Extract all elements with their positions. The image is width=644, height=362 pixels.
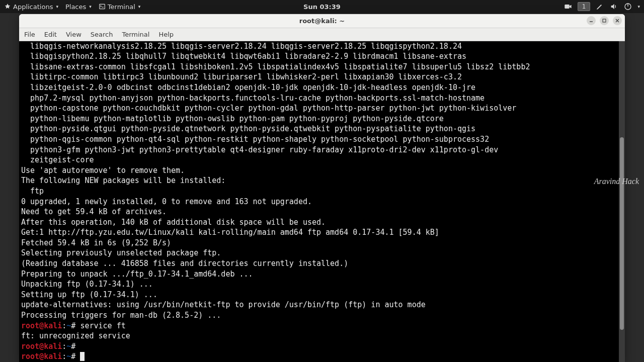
maximize-icon (602, 18, 607, 23)
menu-help[interactable]: Help (158, 31, 174, 38)
pen-icon[interactable] (595, 2, 604, 11)
close-button[interactable] (613, 16, 622, 25)
dragon-icon (4, 3, 11, 10)
recorder-icon[interactable] (564, 2, 573, 11)
menu-search[interactable]: Search (91, 31, 113, 38)
volume-icon[interactable] (609, 2, 618, 11)
terminal-app-label: Terminal (108, 3, 135, 11)
minimize-icon (589, 18, 594, 23)
menu-view[interactable]: View (66, 31, 82, 38)
svg-rect-5 (603, 19, 606, 22)
gnome-topbar: Applications Places Terminal Sun 03:39 1… (0, 0, 644, 13)
window-titlebar[interactable]: root@kali: ~ (19, 14, 625, 28)
chevron-down-icon: ▾ (637, 4, 640, 9)
svg-rect-1 (565, 5, 569, 9)
menubar: File Edit View Search Terminal Help (19, 28, 625, 41)
places-label: Places (65, 3, 86, 11)
places-menu[interactable]: Places (65, 3, 92, 11)
terminal-icon (99, 3, 106, 10)
menu-terminal[interactable]: Terminal (122, 31, 149, 38)
maximize-button[interactable] (600, 16, 609, 25)
scrollbar-thumb[interactable] (620, 137, 624, 330)
menu-file[interactable]: File (24, 31, 35, 38)
close-icon (615, 18, 620, 23)
terminal-app-menu[interactable]: Terminal (99, 3, 140, 11)
menu-edit[interactable]: Edit (44, 31, 57, 38)
applications-menu[interactable]: Applications (4, 3, 58, 11)
clock[interactable]: Sun 03:39 (303, 3, 341, 11)
workspace-indicator[interactable]: 1 (578, 2, 591, 11)
applications-label: Applications (13, 3, 53, 11)
terminal-window: root@kali: ~ File Edit View Search Termi… (19, 14, 625, 362)
window-title: root@kali: ~ (299, 17, 345, 25)
svg-rect-0 (100, 4, 105, 9)
power-icon[interactable] (623, 2, 632, 11)
terminal-scrollbar[interactable] (619, 41, 625, 362)
terminal-viewport[interactable]: libqgis-networkanalysis2.18.25 libqgis-s… (19, 41, 625, 362)
minimize-button[interactable] (587, 16, 596, 25)
